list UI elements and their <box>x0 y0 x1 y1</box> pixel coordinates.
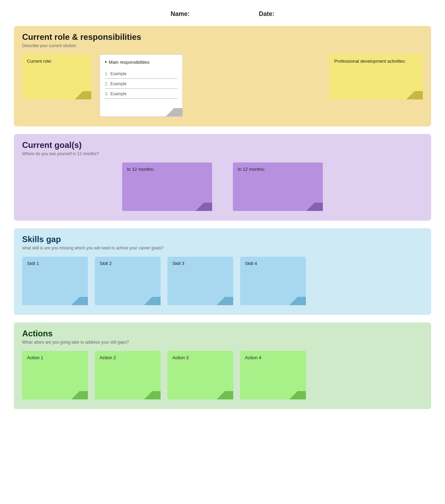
action-note-3[interactable]: Action 3 <box>167 351 233 399</box>
goal-2-label: In 12 months: <box>238 167 265 172</box>
professional-dev-label: Professional development activitles: <box>334 59 406 64</box>
goals-title: Current goal(s) <box>22 140 423 150</box>
skills-subtitle: what skill is are you missing which you … <box>22 246 423 250</box>
goals-subtitle: Where do you see yourself in 12 months? <box>22 151 423 156</box>
resp-item-3: 3.Example <box>105 89 178 99</box>
goal-note-2[interactable]: In 12 months: <box>233 162 323 211</box>
skills-section: Skills gap what skill is are you missing… <box>14 228 431 315</box>
header: Name: Date: <box>14 10 431 18</box>
actions-title: Actions <box>22 329 423 338</box>
action-1-label: Action 1 <box>27 355 43 360</box>
responsibilities-title: Main responsibilities <box>105 59 178 65</box>
skill-4-label: Skill 4 <box>245 261 257 266</box>
role-title: Current role & responsibilities <box>22 32 423 42</box>
role-section: Current role & responsibilities Describe… <box>14 26 431 126</box>
current-role-note[interactable]: Current role: <box>22 54 91 99</box>
skill-1-label: Skill 1 <box>27 261 39 266</box>
resp-item-1: 1.Example <box>105 69 178 79</box>
action-3-label: Action 3 <box>172 355 189 360</box>
skill-note-2[interactable]: Skill 2 <box>95 257 161 305</box>
resp-item-2: 2.Example <box>105 79 178 89</box>
goals-section: Current goal(s) Where do you see yoursel… <box>14 134 431 221</box>
skill-3-label: Skill 3 <box>172 261 184 266</box>
action-note-1[interactable]: Action 1 <box>22 351 88 399</box>
goal-1-label: In 12 months: <box>127 167 154 172</box>
current-role-label: Current role: <box>27 59 52 64</box>
action-note-4[interactable]: Action 4 <box>240 351 306 399</box>
goals-cards-row: In 12 months: In 12 months: <box>22 162 423 211</box>
responsibilities-list: 1.Example 2.Example 3.Example <box>105 69 178 99</box>
skills-cards-row: Skill 1 Skill 2 Skill 3 Skill 4 <box>22 257 423 305</box>
skills-title: Skills gap <box>22 235 423 244</box>
name-label: Name: <box>171 10 190 18</box>
role-cards-row: Current role: Main responsibilities 1.Ex… <box>22 54 423 117</box>
skill-note-4[interactable]: Skill 4 <box>240 257 306 305</box>
action-note-2[interactable]: Action 2 <box>95 351 161 399</box>
role-subtitle: Describe your current sitution <box>22 43 423 48</box>
responsibilities-note[interactable]: Main responsibilities 1.Example 2.Exampl… <box>100 54 183 117</box>
skill-note-3[interactable]: Skill 3 <box>167 257 233 305</box>
action-2-label: Action 2 <box>100 355 116 360</box>
skill-note-1[interactable]: Skill 1 <box>22 257 88 305</box>
goal-note-1[interactable]: In 12 months: <box>122 162 212 211</box>
skill-2-label: Skill 2 <box>100 261 112 266</box>
actions-section: Actions Whac atlars are you going take t… <box>14 322 431 409</box>
actions-cards-row: Action 1 Action 2 Action 3 Action 4 <box>22 351 423 399</box>
date-label: Date: <box>259 10 274 18</box>
professional-dev-note[interactable]: Professional development activitles: <box>329 54 423 99</box>
action-4-label: Action 4 <box>245 355 261 360</box>
actions-subtitle: Whac atlars are you going take to addres… <box>22 340 423 345</box>
